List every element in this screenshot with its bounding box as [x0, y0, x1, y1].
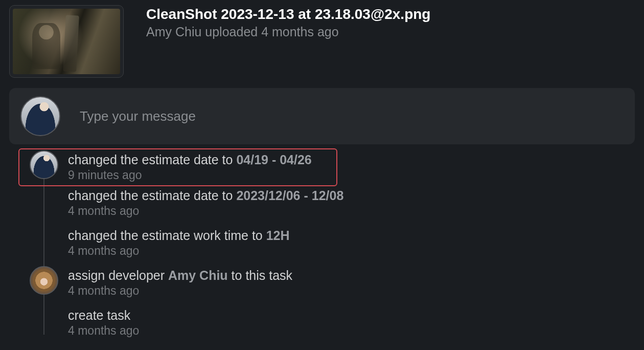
activity-avatar [30, 266, 58, 295]
attachment-meta: CleanShot 2023-12-13 at 23.18.03@2x.png … [146, 5, 430, 39]
activity-prefix: changed the estimate date to [68, 152, 236, 167]
activity-item: assign developer Amy Chiu to this task 4… [35, 265, 635, 305]
activity-time: 9 minutes ago [68, 168, 336, 182]
activity-time: 4 months ago [68, 284, 635, 298]
attachment-thumbnail-frame[interactable] [9, 5, 124, 78]
activity-prefix: changed the estimate date to [68, 188, 236, 203]
activity-item: changed the estimate date to 04/19 - 04/… [19, 149, 336, 185]
attachment-uploader-line: Amy Chiu uploaded 4 months ago [146, 25, 430, 39]
activity-text: changed the estimate date to 04/19 - 04/… [68, 152, 336, 167]
attachment-card: CleanShot 2023-12-13 at 23.18.03@2x.png … [9, 5, 635, 78]
activity-suffix: to this task [228, 268, 292, 282]
activity-item: changed the estimate work time to 12H 4 … [35, 225, 635, 265]
activity-time: 4 months ago [68, 324, 635, 338]
current-user-avatar [20, 96, 60, 136]
activity-item: create task 4 months ago [35, 305, 635, 345]
activity-text: assign developer Amy Chiu to this task [68, 268, 635, 283]
activity-prefix: changed the estimate work time to [68, 228, 266, 243]
activity-text: create task [68, 308, 635, 323]
activity-value: 04/19 - 04/26 [236, 152, 311, 167]
composer-placeholder: Type your message [80, 108, 196, 124]
attachment-filename: CleanShot 2023-12-13 at 23.18.03@2x.png [146, 6, 430, 23]
activity-value: Amy Chiu [168, 268, 228, 282]
activity-avatar [30, 150, 58, 179]
activity-value: 12H [266, 228, 290, 243]
task-activity-panel: CleanShot 2023-12-13 at 23.18.03@2x.png … [0, 0, 644, 350]
activity-time: 4 months ago [68, 244, 635, 258]
activity-prefix: assign developer [68, 268, 168, 282]
activity-feed: changed the estimate date to 04/19 - 04/… [9, 149, 635, 345]
activity-time: 4 months ago [68, 204, 635, 218]
message-composer[interactable]: Type your message [9, 88, 635, 144]
activity-value: 2023/12/06 - 12/08 [236, 188, 343, 203]
activity-prefix: create task [68, 308, 130, 322]
activity-text: changed the estimate date to 2023/12/06 … [68, 188, 635, 203]
activity-item: changed the estimate date to 2023/12/06 … [35, 185, 635, 225]
activity-text: changed the estimate work time to 12H [68, 228, 635, 243]
attachment-thumbnail [13, 9, 120, 74]
